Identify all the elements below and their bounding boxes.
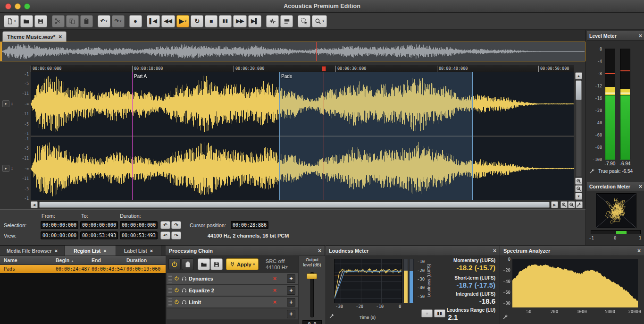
region-row-pads[interactable]: Pads 00:00:24:487 00:00:43:547 00:00:19:… <box>0 265 166 273</box>
scroll-up-button[interactable]: ▲ <box>575 72 582 79</box>
selection-redo-button[interactable]: ↷ <box>171 221 181 229</box>
zoom-out-button[interactable] <box>568 201 575 208</box>
power-icon[interactable] <box>174 299 179 305</box>
output-level-value[interactable]: 0.0 <box>302 320 322 324</box>
open-file-button[interactable] <box>20 15 33 27</box>
cursor-position-field[interactable]: 00:00:28:886 <box>231 221 268 229</box>
selection-tool-button[interactable] <box>298 15 310 27</box>
zoom-out-vertical-button[interactable] <box>575 185 582 192</box>
scroll-right-button[interactable]: ▶ <box>551 201 558 208</box>
close-panel-icon[interactable]: × <box>639 183 642 190</box>
region-list-empty-area[interactable] <box>0 273 166 324</box>
selection-from-field[interactable]: 00:00:00:000 <box>41 221 78 229</box>
view-redo-button[interactable]: ↷ <box>171 231 181 239</box>
close-panel-icon[interactable]: × <box>639 33 642 39</box>
wa veform-channel-2[interactable] <box>31 137 574 200</box>
output-fader-handle[interactable] <box>307 273 317 279</box>
scroll-down-button[interactable]: ▼ <box>575 193 582 200</box>
chain-item-dynamics[interactable]: Dynamics × + <box>167 273 298 284</box>
correlation-meter-header[interactable]: Correlation Meter × <box>587 182 644 191</box>
close-panel-icon[interactable]: × <box>493 247 496 254</box>
close-panel-icon[interactable]: × <box>637 247 641 254</box>
column-begin[interactable]: Begin ▲ <box>56 257 92 263</box>
zoom-tool-button[interactable]: ▾ <box>312 15 327 27</box>
cursor-handle[interactable] <box>322 66 326 71</box>
wrench-icon[interactable] <box>503 315 508 320</box>
column-name[interactable]: Name <box>4 257 56 263</box>
redo-button[interactable]: ↷▾ <box>112 15 125 27</box>
wrench-icon[interactable] <box>329 314 335 319</box>
loudness-meter-header[interactable]: Loudness Meter × <box>326 246 500 256</box>
channel-options-button[interactable]: ▸ <box>2 165 9 172</box>
chain-clipboard-button[interactable] <box>182 258 194 270</box>
multitrack-view-button[interactable] <box>280 15 293 27</box>
record-button[interactable]: ● <box>129 15 142 27</box>
save-button[interactable] <box>34 15 47 27</box>
add-plugin-button[interactable]: + <box>287 274 295 283</box>
remove-plugin-icon[interactable]: × <box>273 275 276 282</box>
tab-region-list[interactable]: Region List× <box>65 246 116 256</box>
view-from-field[interactable]: 00:00:00:000 <box>41 231 78 239</box>
selection-to-field[interactable]: 00:00:00:000 <box>80 221 118 229</box>
add-plugin-button[interactable]: + <box>287 298 295 307</box>
processing-chain-header[interactable]: Processing Chain × <box>166 246 325 256</box>
close-tab-icon[interactable]: × <box>55 248 58 254</box>
channel-resize-handle[interactable]: ↕ <box>11 101 13 106</box>
waveform-view-button[interactable] <box>266 15 279 27</box>
view-duration-field[interactable]: 00:00:53:493 <box>120 231 158 239</box>
cut-button[interactable] <box>52 15 65 27</box>
channel-1-tools[interactable]: ▸ ↕ <box>2 100 13 107</box>
hscroll-thumb[interactable] <box>39 202 550 208</box>
waveform-channel-1[interactable] <box>31 72 574 136</box>
close-window-button[interactable] <box>5 3 11 9</box>
selection-duration-field[interactable]: 00:00:00:000 <box>120 221 158 229</box>
column-end[interactable]: End <box>92 257 126 263</box>
headphones-icon[interactable] <box>182 276 187 281</box>
play-button[interactable]: ▶▾ <box>176 15 190 27</box>
loop-playback-button[interactable]: ↻ <box>191 15 203 27</box>
channel-resize-handle[interactable]: ↕ <box>11 166 13 171</box>
wrench-icon[interactable] <box>590 169 595 174</box>
chain-item-equalize[interactable]: Equalize 2 × + <box>167 285 298 296</box>
copy-button[interactable] <box>66 15 79 27</box>
region-list-column-headers[interactable]: Name Begin ▲ End Duration <box>0 256 166 265</box>
headphones-icon[interactable] <box>182 288 187 293</box>
apply-chain-button[interactable]: Apply ▾ <box>226 258 259 270</box>
save-chain-button[interactable] <box>210 258 223 270</box>
paste-button[interactable] <box>80 15 93 27</box>
close-panel-icon[interactable]: × <box>318 247 321 254</box>
headphones-icon[interactable] <box>182 299 187 305</box>
power-icon[interactable] <box>174 276 179 281</box>
channel-2-canvas[interactable] <box>31 137 574 200</box>
vscroll-thumb[interactable] <box>576 80 582 100</box>
tab-label-list[interactable]: Label List× <box>116 246 161 256</box>
add-plugin-button[interactable]: + <box>287 286 295 295</box>
zoom-window-button[interactable] <box>24 3 30 9</box>
power-icon[interactable] <box>174 288 179 293</box>
selection-undo-button[interactable]: ↶ <box>160 221 170 229</box>
channel-options-button[interactable]: ▸ <box>2 100 9 107</box>
zoom-in-button[interactable] <box>560 201 568 208</box>
load-chain-button[interactable] <box>198 258 210 270</box>
forward-button[interactable]: ▶▶ <box>233 15 247 27</box>
tab-media-file-browser[interactable]: Media File Browser× <box>0 246 65 256</box>
chain-item-limit[interactable]: Limit × + <box>167 297 298 308</box>
view-undo-button[interactable]: ↶ <box>160 231 170 239</box>
column-duration[interactable]: Duration <box>126 257 166 263</box>
go-to-end-button[interactable]: ▶▌ <box>248 15 261 27</box>
rewind-button[interactable]: ◀◀ <box>161 15 175 27</box>
go-to-start-button[interactable]: ▌◀ <box>147 15 160 27</box>
stop-button[interactable]: ■ <box>205 15 217 27</box>
zoom-settings-button[interactable] <box>576 201 583 208</box>
pause-button[interactable]: ▮▮ <box>219 15 232 27</box>
file-overview[interactable] <box>0 42 585 61</box>
zoom-in-vertical-button[interactable] <box>575 178 582 185</box>
minimize-window-button[interactable] <box>15 3 21 9</box>
close-tab-icon[interactable]: × <box>150 248 153 254</box>
undo-button[interactable]: ↶▾ <box>98 15 110 27</box>
scroll-left-button[interactable]: ◀ <box>31 201 38 208</box>
level-meter-header[interactable]: Level Meter × <box>587 31 644 41</box>
remove-plugin-icon[interactable]: × <box>273 298 276 306</box>
view-to-field[interactable]: 00:00:53:493 <box>80 231 118 239</box>
channel-2-tools[interactable]: ▸ ↕ <box>2 165 13 172</box>
